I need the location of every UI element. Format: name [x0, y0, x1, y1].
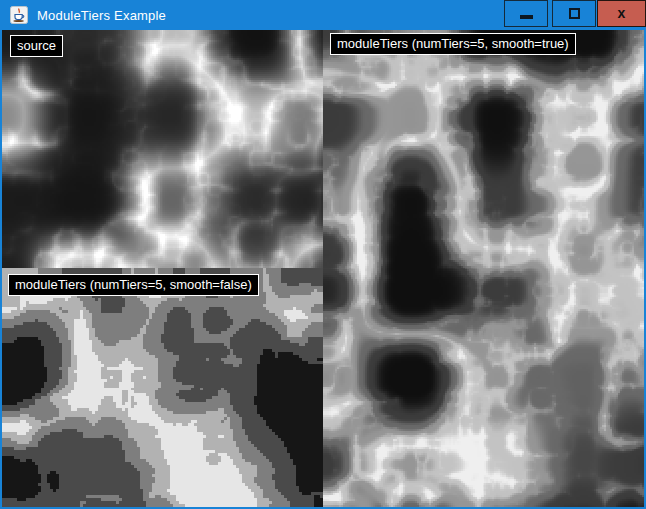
source-noise-image	[2, 30, 323, 268]
render-area: source moduleTiers (numTiers=5, smooth=t…	[2, 30, 644, 507]
title-bar[interactable]: ModuleTiers Example x	[0, 0, 646, 30]
panel-label-source: source	[10, 35, 63, 57]
tiers-smooth-noise-image	[323, 30, 644, 507]
panel-tiers-hard: moduleTiers (numTiers=5, smooth=false)	[2, 268, 323, 507]
panel-source: source	[2, 30, 323, 268]
minimize-icon	[520, 15, 533, 19]
maximize-button[interactable]	[552, 0, 596, 27]
close-icon: x	[618, 6, 626, 20]
app-window: ModuleTiers Example x source moduleTiers…	[0, 0, 646, 509]
minimize-button[interactable]	[504, 0, 548, 27]
panel-label-tiers-hard: moduleTiers (numTiers=5, smooth=false)	[8, 274, 259, 296]
panel-tiers-smooth: moduleTiers (numTiers=5, smooth=true)	[323, 30, 644, 507]
tiers-hard-noise-image	[2, 268, 323, 507]
panel-label-tiers-smooth: moduleTiers (numTiers=5, smooth=true)	[330, 33, 576, 55]
window-title: ModuleTiers Example	[37, 8, 166, 23]
close-button[interactable]: x	[597, 0, 646, 27]
java-app-icon	[10, 6, 28, 24]
window-controls: x	[504, 0, 646, 27]
maximize-icon	[569, 8, 580, 19]
